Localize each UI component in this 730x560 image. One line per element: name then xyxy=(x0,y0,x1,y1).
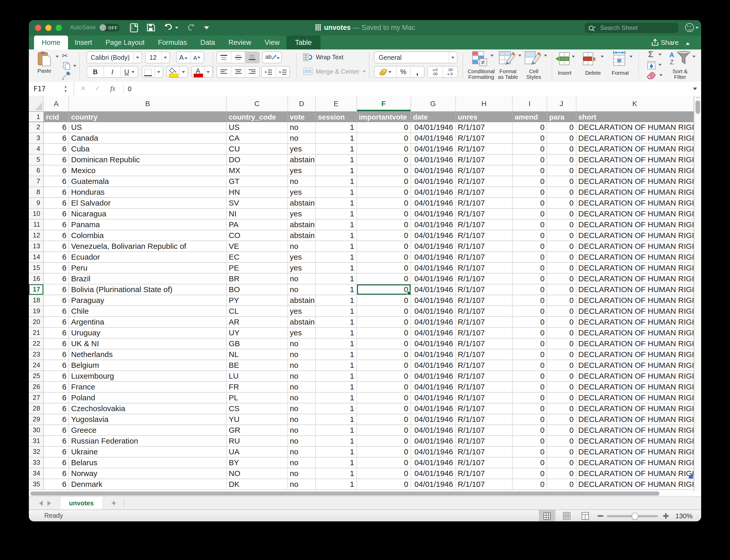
cell-C18[interactable]: PY xyxy=(227,295,288,306)
cell-F29[interactable]: 0 xyxy=(357,414,411,425)
cell-H26[interactable]: R/1/107 xyxy=(456,382,513,393)
row-header-14[interactable]: 14 xyxy=(29,252,44,263)
cell-E12[interactable]: 1 xyxy=(316,230,357,241)
cell-I30[interactable]: 0 xyxy=(513,425,547,436)
cell-G34[interactable]: 04/01/1946 xyxy=(411,468,456,479)
cell-H6[interactable]: R/1/107 xyxy=(456,165,513,176)
number-format-select[interactable]: General xyxy=(374,52,457,63)
cell-D24[interactable]: no xyxy=(288,360,316,371)
cell-G15[interactable]: 04/01/1946 xyxy=(411,263,456,274)
fill-button[interactable] xyxy=(647,61,656,71)
cell-C9[interactable]: SV xyxy=(227,198,288,209)
align-top-button[interactable] xyxy=(217,52,231,63)
cell-F31[interactable]: 0 xyxy=(357,436,411,447)
cell-I33[interactable]: 0 xyxy=(513,457,547,468)
align-right-button[interactable] xyxy=(245,66,259,77)
cell-C13[interactable]: VE xyxy=(227,241,288,252)
cell-I6[interactable]: 0 xyxy=(513,165,547,176)
cell-D22[interactable]: no xyxy=(288,338,316,349)
cell-H31[interactable]: R/1/107 xyxy=(456,436,513,447)
cell-K20[interactable]: DECLARATION OF HUMAN RIGHTS xyxy=(576,317,694,328)
cell-E22[interactable]: 1 xyxy=(316,338,357,349)
cell-J32[interactable]: 0 xyxy=(547,447,576,457)
cell-F14[interactable]: 0 xyxy=(357,252,411,263)
cell-A11[interactable]: 6 xyxy=(44,219,69,230)
ribbon-tab-formulas[interactable]: Formulas xyxy=(151,36,194,49)
cell-D17[interactable]: no xyxy=(288,284,316,295)
cell-D9[interactable]: abstain xyxy=(288,198,316,209)
cell-J7[interactable]: 0 xyxy=(547,176,576,187)
cell-D23[interactable]: no xyxy=(288,349,316,360)
ribbon-tab-data[interactable]: Data xyxy=(194,36,222,49)
cell-F30[interactable]: 0 xyxy=(357,425,411,436)
cell-F35[interactable]: 0 xyxy=(357,479,411,490)
cell-I31[interactable]: 0 xyxy=(513,436,547,447)
align-left-button[interactable] xyxy=(217,66,231,77)
row-header-7[interactable]: 7 xyxy=(29,176,44,187)
cell-C14[interactable]: EC xyxy=(227,252,288,263)
cell-F15[interactable]: 0 xyxy=(357,263,411,274)
header-cell-country_code[interactable]: country_code xyxy=(227,112,288,122)
cell-B12[interactable]: Colombia xyxy=(69,230,227,241)
cell-C35[interactable]: DK xyxy=(227,479,288,490)
cell-C4[interactable]: CU xyxy=(227,144,288,155)
split-handle[interactable] xyxy=(696,97,700,98)
borders-button[interactable] xyxy=(142,66,163,78)
cell-F22[interactable]: 0 xyxy=(357,338,411,349)
cell-H33[interactable]: R/1/107 xyxy=(456,457,513,468)
cell-F16[interactable]: 0 xyxy=(357,274,411,284)
cell-E5[interactable]: 1 xyxy=(316,155,357,165)
cell-F8[interactable]: 0 xyxy=(357,187,411,198)
row-header-28[interactable]: 28 xyxy=(29,403,44,414)
cell-C8[interactable]: HN xyxy=(227,187,288,198)
cell-K23[interactable]: DECLARATION OF HUMAN RIGHTS xyxy=(576,349,694,360)
header-cell-rcid[interactable]: rcid xyxy=(44,112,69,122)
row-header-5[interactable]: 5 xyxy=(29,155,44,165)
cell-C3[interactable]: CA xyxy=(227,133,288,144)
cell-F21[interactable]: 0 xyxy=(357,328,411,338)
cell-J17[interactable]: 0 xyxy=(547,284,576,295)
cell-I3[interactable]: 0 xyxy=(513,133,547,144)
cell-H16[interactable]: R/1/107 xyxy=(456,274,513,284)
cell-D33[interactable]: no xyxy=(288,457,316,468)
cell-C15[interactable]: PE xyxy=(227,263,288,274)
header-cell-importantvote[interactable]: importantvote xyxy=(357,112,411,122)
cell-J25[interactable]: 0 xyxy=(547,371,576,382)
italic-button[interactable]: I xyxy=(104,66,121,77)
cell-G6[interactable]: 04/01/1946 xyxy=(411,165,456,176)
percent-format-button[interactable]: % xyxy=(397,66,411,77)
cell-E8[interactable]: 1 xyxy=(316,187,357,198)
cell-B19[interactable]: Chile xyxy=(69,306,227,317)
cell-A14[interactable]: 6 xyxy=(44,252,69,263)
cell-B26[interactable]: France xyxy=(69,382,227,393)
cell-A31[interactable]: 6 xyxy=(44,436,69,447)
zoom-out-button[interactable] xyxy=(598,515,603,517)
cell-I27[interactable]: 0 xyxy=(513,393,547,403)
cell-G13[interactable]: 04/01/1946 xyxy=(411,241,456,252)
cell-I18[interactable]: 0 xyxy=(513,295,547,306)
cut-button[interactable]: ✂ xyxy=(62,52,68,60)
cell-E15[interactable]: 1 xyxy=(316,263,357,274)
cell-F7[interactable]: 0 xyxy=(357,176,411,187)
cell-H5[interactable]: R/1/107 xyxy=(456,155,513,165)
cell-K9[interactable]: DECLARATION OF HUMAN RIGHTS xyxy=(576,198,694,209)
cell-A4[interactable]: 6 xyxy=(44,144,69,155)
cell-G7[interactable]: 04/01/1946 xyxy=(411,176,456,187)
sheet-tab-unvotes[interactable]: unvotes xyxy=(60,497,103,510)
row-header-29[interactable]: 29 xyxy=(29,414,44,425)
cell-J14[interactable]: 0 xyxy=(547,252,576,263)
cell-F13[interactable]: 0 xyxy=(357,241,411,252)
header-cell-unres[interactable]: unres xyxy=(456,112,513,122)
cell-J21[interactable]: 0 xyxy=(547,328,576,338)
cell-B16[interactable]: Brazil xyxy=(69,274,227,284)
zoom-slider-thumb[interactable] xyxy=(632,512,638,520)
cell-J18[interactable]: 0 xyxy=(547,295,576,306)
cell-E29[interactable]: 1 xyxy=(316,414,357,425)
cell-E24[interactable]: 1 xyxy=(316,360,357,371)
cell-K21[interactable]: DECLARATION OF HUMAN RIGHTS xyxy=(576,328,694,338)
cell-E26[interactable]: 1 xyxy=(316,382,357,393)
cell-G27[interactable]: 04/01/1946 xyxy=(411,393,456,403)
ribbon-tab-home[interactable]: Home xyxy=(34,36,68,49)
row-header-27[interactable]: 27 xyxy=(29,393,44,403)
decrease-font-button[interactable]: A xyxy=(190,52,203,63)
